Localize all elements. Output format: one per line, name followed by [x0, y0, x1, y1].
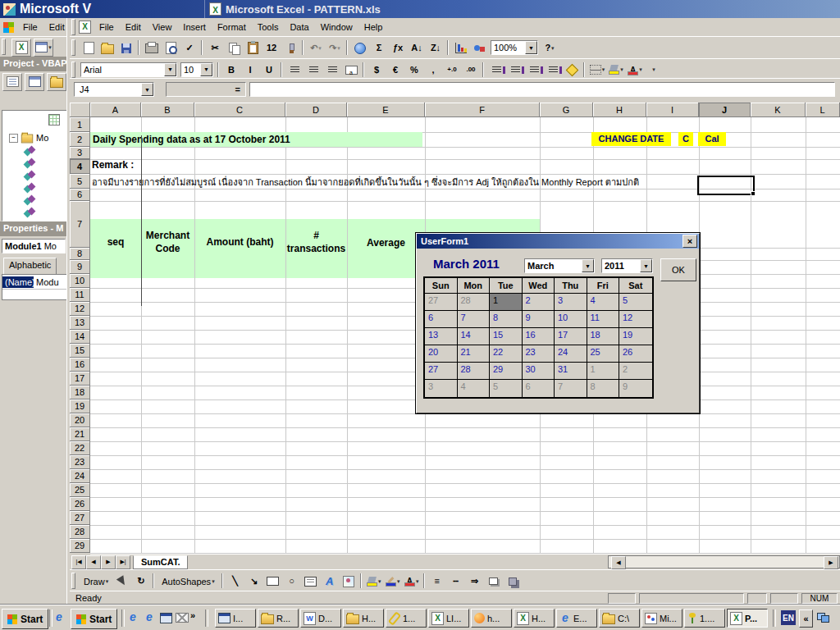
- row-header-23[interactable]: 23: [70, 455, 90, 469]
- name-box-dropdown[interactable]: ▼: [141, 83, 153, 96]
- day-cell[interactable]: 14: [458, 328, 491, 345]
- borders-button[interactable]: ▾: [588, 62, 606, 78]
- row-header-25[interactable]: 25: [70, 483, 90, 497]
- chevron-down-icon[interactable]: ▼: [200, 63, 212, 76]
- cut-button[interactable]: ✂: [206, 40, 224, 57]
- name-box[interactable]: J4 ▼: [74, 82, 154, 97]
- copy-button[interactable]: [225, 40, 243, 57]
- decrease-decimal-button[interactable]: .00: [462, 62, 480, 78]
- task-button[interactable]: I...: [215, 609, 256, 628]
- task-button[interactable]: D...: [300, 609, 341, 628]
- row-header-21[interactable]: 21: [70, 427, 90, 441]
- chevron-down-icon[interactable]: ▼: [164, 63, 176, 76]
- day-cell[interactable]: 19: [619, 328, 652, 345]
- row-header-8[interactable]: 8: [70, 248, 90, 260]
- formula-input[interactable]: [249, 82, 835, 97]
- row-header-19[interactable]: 19: [70, 399, 90, 413]
- header-average[interactable]: Average: [347, 219, 425, 266]
- property-name-value[interactable]: Modu: [34, 276, 62, 288]
- column-header-b[interactable]: B: [141, 103, 194, 117]
- network-icon[interactable]: [817, 613, 830, 623]
- tree-module-node[interactable]: [24, 184, 36, 194]
- row-header-27[interactable]: 27: [70, 511, 90, 525]
- column-header-f[interactable]: F: [425, 103, 540, 117]
- ok-button[interactable]: OK: [660, 258, 696, 281]
- tree-module-node[interactable]: [24, 147, 36, 157]
- decrease-indent-button[interactable]: [487, 62, 505, 78]
- day-cell[interactable]: 20: [425, 345, 458, 363]
- task-button[interactable]: R...: [258, 609, 299, 628]
- row-header-4[interactable]: 4: [70, 159, 90, 174]
- day-cell[interactable]: 4: [458, 380, 491, 397]
- menu-format[interactable]: Format: [212, 19, 252, 35]
- tree-module-node[interactable]: [24, 159, 36, 169]
- language-indicator[interactable]: EN: [781, 610, 796, 625]
- chevron-down-icon[interactable]: ▼: [525, 41, 537, 54]
- task-button[interactable]: E...: [556, 609, 597, 628]
- format-painter-button[interactable]: [281, 40, 299, 57]
- day-cell[interactable]: 9: [619, 380, 652, 397]
- row-header-1[interactable]: 1: [70, 117, 90, 132]
- dash-style-button[interactable]: ╌: [447, 573, 465, 590]
- align-right-button[interactable]: [323, 62, 341, 78]
- drawing-button[interactable]: [471, 40, 489, 57]
- day-cell[interactable]: 26: [619, 345, 652, 363]
- paste-date-button[interactable]: 12: [262, 40, 281, 57]
- underline-button[interactable]: U: [260, 62, 278, 78]
- more-buttons-button[interactable]: ▾: [645, 62, 663, 78]
- day-cell[interactable]: 8: [587, 380, 620, 397]
- task-button[interactable]: Mi...: [641, 609, 682, 628]
- header-merchant-code[interactable]: Merchant Code: [141, 219, 194, 266]
- quick-launch-overflow-icon[interactable]: »: [190, 610, 195, 620]
- day-cell[interactable]: 27: [425, 363, 458, 380]
- header-amount[interactable]: Amount (baht): [194, 219, 285, 266]
- rectangle-button[interactable]: [264, 573, 282, 590]
- day-cell[interactable]: 11: [587, 311, 620, 328]
- row-header-28[interactable]: 28: [70, 525, 90, 539]
- select-objects-button[interactable]: [113, 573, 131, 590]
- print-preview-button[interactable]: [162, 40, 180, 57]
- year-dropdown[interactable]: 2011 ▼: [601, 258, 653, 273]
- day-cell[interactable]: 2: [619, 363, 652, 380]
- day-cell[interactable]: 5: [619, 294, 652, 311]
- day-cell[interactable]: 17: [555, 328, 587, 345]
- row-header-15[interactable]: 15: [70, 344, 90, 358]
- menu-data[interactable]: Data: [284, 19, 314, 35]
- day-cell[interactable]: 29: [490, 363, 523, 380]
- cell-banner[interactable]: Daily Spending data as at 17 October 201…: [90, 132, 422, 147]
- row-header-3[interactable]: 3: [70, 147, 90, 159]
- row-header-13[interactable]: 13: [70, 316, 90, 330]
- menubar-grip[interactable]: [71, 19, 75, 35]
- day-cell[interactable]: 18: [587, 328, 620, 345]
- day-cell[interactable]: 7: [458, 311, 491, 328]
- row-header-11[interactable]: 11: [70, 288, 90, 302]
- row-header-17[interactable]: 17: [70, 372, 90, 386]
- chart-wizard-button[interactable]: [452, 40, 470, 57]
- quick-launch-ie-icon[interactable]: [52, 611, 66, 624]
- next-sheet-icon[interactable]: ▶: [101, 555, 116, 569]
- toolbar-grip[interactable]: [71, 39, 75, 56]
- draw-menu-button[interactable]: Draw▾: [80, 573, 112, 590]
- userform-title-bar[interactable]: UserForm1 ×: [417, 234, 699, 249]
- project-tree[interactable]: − Mo: [2, 110, 67, 221]
- combo-zoom-level[interactable]: 100%▼: [491, 40, 538, 55]
- toolbar-grip[interactable]: [2, 39, 6, 55]
- quick-launch-mail-icon[interactable]: [176, 611, 189, 624]
- row-header-10[interactable]: 10: [70, 274, 90, 288]
- cell-change-date[interactable]: CHANGE DATE: [591, 132, 671, 146]
- combo-font-size[interactable]: 10▼: [180, 62, 213, 77]
- task-button[interactable]: P...: [727, 609, 768, 628]
- day-cell[interactable]: 28: [458, 294, 491, 311]
- tree-module-node[interactable]: [24, 208, 36, 218]
- toolbar-grip[interactable]: [71, 573, 75, 589]
- day-cell[interactable]: 6: [523, 380, 555, 397]
- day-cell[interactable]: 27: [425, 294, 458, 311]
- toggle-folders-button[interactable]: [47, 73, 66, 91]
- tree-module-node[interactable]: [24, 171, 36, 181]
- day-cell[interactable]: 1: [587, 363, 620, 380]
- day-cell[interactable]: 8: [490, 311, 523, 328]
- tray-chevron-icon[interactable]: «: [799, 609, 813, 628]
- column-header-g[interactable]: G: [540, 103, 593, 117]
- save-button[interactable]: [117, 40, 135, 57]
- edit-formula-button[interactable]: =: [235, 84, 240, 94]
